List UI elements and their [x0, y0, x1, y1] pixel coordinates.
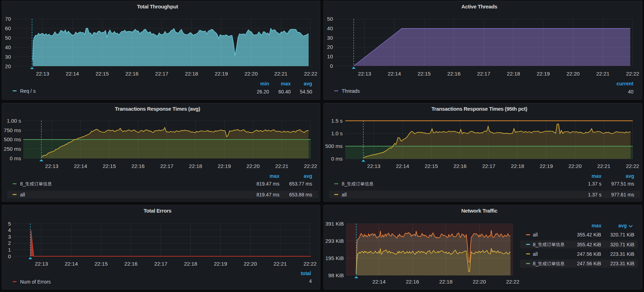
- svg-text:22:19: 22:19: [540, 163, 553, 169]
- svg-text:50: 50: [327, 16, 333, 22]
- svg-text:320.71 KiB: 320.71 KiB: [610, 232, 634, 238]
- svg-text:500 ms: 500 ms: [4, 136, 21, 142]
- svg-text:22:16: 22:16: [447, 71, 461, 77]
- svg-text:750 ms: 750 ms: [4, 127, 21, 133]
- svg-text:22:22: 22:22: [304, 71, 317, 77]
- svg-text:1.0 s: 1.0 s: [331, 130, 343, 136]
- svg-text:all: all: [533, 251, 538, 257]
- svg-text:22:20: 22:20: [246, 163, 260, 169]
- svg-text:0: 0: [330, 63, 333, 69]
- svg-text:22:15: 22:15: [103, 163, 116, 169]
- svg-text:22:13: 22:13: [35, 261, 48, 267]
- svg-text:22:21: 22:21: [597, 163, 611, 169]
- svg-text:819.47 ms: 819.47 ms: [257, 181, 279, 187]
- svg-text:1.5 s: 1.5 s: [331, 118, 343, 124]
- svg-text:1: 1: [8, 247, 11, 253]
- svg-text:60.40: 60.40: [278, 89, 291, 95]
- svg-text:30: 30: [327, 35, 333, 41]
- svg-text:22:13: 22:13: [36, 71, 49, 77]
- svg-text:22:15: 22:15: [417, 71, 431, 77]
- svg-text:40: 40: [628, 89, 633, 95]
- svg-text:22:14: 22:14: [74, 163, 87, 169]
- svg-text:22:16: 22:16: [131, 163, 145, 169]
- svg-text:98 KiB: 98 KiB: [328, 272, 344, 278]
- svg-text:60: 60: [5, 25, 11, 31]
- svg-text:293 KiB: 293 KiB: [325, 238, 344, 244]
- svg-text:1.00 s: 1.00 s: [7, 118, 21, 124]
- svg-text:22:14: 22:14: [66, 71, 79, 77]
- svg-text:22:15: 22:15: [96, 71, 109, 77]
- svg-text:22:13: 22:13: [45, 163, 58, 169]
- svg-text:22:20: 22:20: [473, 279, 486, 285]
- svg-text:max: max: [281, 81, 291, 86]
- svg-text:1.37 s: 1.37 s: [588, 181, 601, 187]
- svg-text:8_: 8_: [342, 181, 347, 187]
- svg-text:8_: 8_: [533, 261, 538, 266]
- svg-text:0: 0: [8, 253, 11, 259]
- svg-text:500 ms: 500 ms: [325, 143, 342, 149]
- svg-text:22:22: 22:22: [506, 279, 519, 285]
- svg-text:320.71 KiB: 320.71 KiB: [610, 242, 634, 247]
- svg-text:total: total: [301, 271, 311, 276]
- svg-text:22:20: 22:20: [245, 71, 258, 77]
- svg-text:653.88 ms: 653.88 ms: [289, 192, 312, 197]
- svg-text:Num of Errors: Num of Errors: [20, 279, 51, 285]
- svg-text:70: 70: [5, 16, 11, 22]
- svg-text:223.31 KiB: 223.31 KiB: [610, 261, 634, 266]
- svg-text:22:13: 22:13: [358, 71, 371, 77]
- svg-text:0 ms: 0 ms: [331, 156, 343, 162]
- svg-text:653.77 ms: 653.77 ms: [289, 181, 312, 187]
- svg-text:22:17: 22:17: [477, 71, 491, 77]
- svg-text:all: all: [342, 192, 347, 197]
- svg-text:391 KiB: 391 KiB: [325, 221, 344, 227]
- svg-text:54.50: 54.50: [300, 89, 312, 95]
- svg-text:40: 40: [327, 25, 333, 31]
- svg-text:22:17: 22:17: [155, 71, 169, 77]
- svg-text:22:22: 22:22: [626, 71, 639, 77]
- svg-text:355.42 KiB: 355.42 KiB: [577, 232, 601, 238]
- svg-text:977.61 ms: 977.61 ms: [611, 192, 634, 197]
- svg-text:26.20: 26.20: [257, 89, 269, 95]
- svg-text:22:15: 22:15: [425, 163, 438, 169]
- svg-text:Req / s: Req / s: [20, 88, 36, 94]
- svg-text:30: 30: [5, 54, 11, 60]
- svg-text:avg: avg: [304, 81, 312, 86]
- svg-text:20: 20: [5, 63, 11, 69]
- svg-text:current: current: [617, 81, 634, 86]
- svg-text:1.37 s: 1.37 s: [588, 192, 601, 197]
- svg-text:0 ms: 0 ms: [10, 155, 21, 161]
- svg-text:22:18: 22:18: [439, 279, 453, 285]
- svg-text:22:18: 22:18: [507, 71, 520, 77]
- svg-text:22:19: 22:19: [215, 71, 228, 77]
- svg-text:22:13: 22:13: [367, 163, 380, 169]
- svg-text:2: 2: [8, 240, 11, 246]
- svg-text:22:20: 22:20: [568, 163, 582, 169]
- svg-text:22:16: 22:16: [406, 279, 419, 285]
- svg-text:22:21: 22:21: [274, 71, 288, 77]
- svg-text:avg: avg: [626, 173, 634, 179]
- svg-text:max: max: [592, 223, 601, 228]
- svg-text:20: 20: [327, 44, 333, 50]
- svg-text:22:18: 22:18: [511, 163, 524, 169]
- svg-text:22:18: 22:18: [184, 261, 197, 267]
- svg-text:22:17: 22:17: [154, 261, 168, 267]
- svg-text:22:22: 22:22: [304, 163, 317, 169]
- svg-text:22:19: 22:19: [537, 71, 550, 77]
- svg-text:5: 5: [8, 221, 11, 227]
- svg-text:4: 4: [8, 227, 11, 233]
- svg-text:22:19: 22:19: [218, 163, 231, 169]
- svg-text:22:17: 22:17: [482, 163, 495, 169]
- svg-text:Threads: Threads: [342, 88, 360, 94]
- svg-text:247.56 KiB: 247.56 KiB: [577, 261, 601, 266]
- svg-text:22:16: 22:16: [125, 71, 139, 77]
- svg-text:22:22: 22:22: [303, 261, 317, 267]
- svg-text:all: all: [20, 192, 25, 197]
- svg-text:22:14: 22:14: [372, 279, 386, 285]
- svg-text:22:21: 22:21: [273, 261, 287, 267]
- svg-text:22:16: 22:16: [453, 163, 467, 169]
- svg-text:10: 10: [327, 53, 333, 59]
- svg-text:min: min: [260, 81, 269, 86]
- svg-text:22:20: 22:20: [567, 71, 580, 77]
- svg-text:50: 50: [5, 35, 11, 41]
- svg-text:195 KiB: 195 KiB: [325, 255, 344, 261]
